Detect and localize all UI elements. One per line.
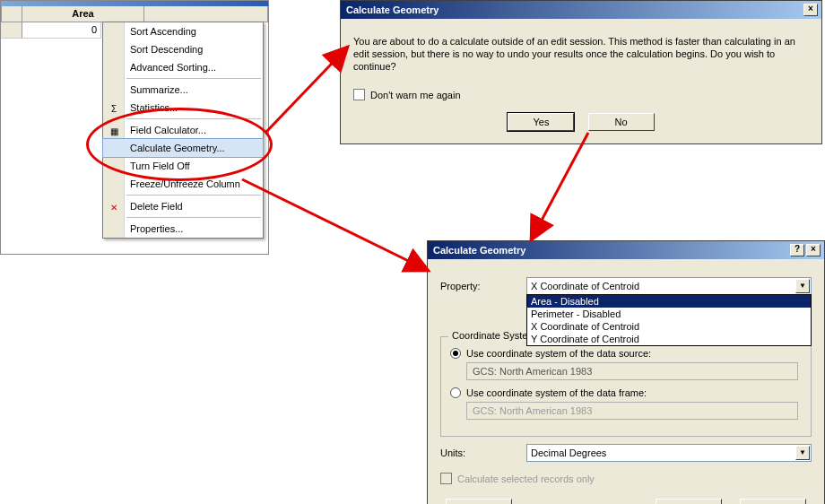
dialog-body: You are about to do a calculate outside … [341,19,821,143]
menu-sort-descending[interactable]: Sort Descending [103,40,263,58]
coordinate-system-group: Coordinate System Use coordinate system … [440,336,812,437]
calculate-geometry-dialog: Calculate Geometry ? × Property: X Coord… [427,240,825,504]
yes-button[interactable]: Yes [508,113,574,131]
property-row: Property: X Coordinate of Centroid ▼ Are… [440,277,812,295]
help-button[interactable]: Help [446,499,512,504]
warning-text: You are about to do a calculate outside … [353,35,809,73]
dialog-title: Calculate Geometry [346,4,802,15]
menu-statistics[interactable]: Σ Statistics... [103,99,263,117]
menu-separator [126,217,261,218]
dont-warn-checkbox[interactable]: Don't warn me again [353,89,461,100]
units-combobox[interactable]: Decimal Degrees ▼ [526,444,812,462]
menu-label: Sort Ascending [130,26,196,37]
checkbox-box[interactable] [353,89,365,100]
checkbox-box [440,473,452,484]
units-row: Units: Decimal Degrees ▼ [440,444,812,462]
menu-summarize[interactable]: Summarize... [103,81,263,99]
cell-area[interactable]: 0 [22,22,101,39]
units-label: Units: [440,448,526,458]
menu-separator [126,118,261,119]
dialog-title: Calculate Geometry [433,245,788,256]
menu-separator [126,195,261,196]
dialog-titlebar[interactable]: Calculate Geometry × [341,1,821,19]
menu-label: Field Calculator... [130,125,206,135]
radio-label: Use coordinate system of the data source… [466,348,651,359]
menu-advanced-sorting[interactable]: Advanced Sorting... [103,58,263,76]
radio-data-frame[interactable]: Use coordinate system of the data frame: [450,387,802,398]
delete-icon: ✕ [107,200,121,214]
menu-label: Summarize... [130,84,188,95]
property-dropdown-list: Area - Disabled Perimeter - Disabled X C… [526,294,812,346]
menu-freeze-column[interactable]: Freeze/Unfreeze Column [103,175,263,193]
menu-label: Statistics... [130,102,178,113]
calc-selected-only-checkbox: Calculate selected records only [440,473,595,484]
menu-separator [126,78,261,79]
menu-properties[interactable]: Properties... [103,220,263,238]
menu-label: Advanced Sorting... [130,62,216,73]
row-selector[interactable] [1,22,22,39]
checkbox-label: Calculate selected records only [457,474,595,484]
radio-icon[interactable] [450,348,461,359]
table-header-row: Area [1,6,268,22]
menu-turn-field-off[interactable]: Turn Field Off [103,157,263,175]
menu-label: Freeze/Unfreeze Column [130,178,240,189]
dialog-body: Property: X Coordinate of Centroid ▼ Are… [428,259,824,504]
cancel-button[interactable]: Cancel [740,499,806,504]
close-button[interactable]: × [806,244,821,256]
menu-label: Properties... [130,223,183,234]
menu-label: Delete Field [130,201,183,212]
calculator-icon: ▦ [107,124,121,138]
column-context-menu: Sort Ascending Sort Descending Advanced … [102,22,264,239]
menu-calculate-geometry[interactable]: Calculate Geometry... [103,139,263,157]
combobox-value: Decimal Degrees [531,448,606,458]
ok-button[interactable]: OK [656,499,722,504]
no-button[interactable]: No [588,113,655,131]
svg-line-2 [242,179,429,271]
sigma-icon: Σ [107,101,121,116]
property-label: Property: [440,281,526,291]
radio-data-source[interactable]: Use coordinate system of the data source… [450,348,802,359]
menu-delete-field[interactable]: ✕ Delete Field [103,197,263,215]
option-perimeter-disabled[interactable]: Perimeter - Disabled [527,308,811,320]
close-button[interactable]: × [803,4,818,16]
svg-line-0 [265,47,348,133]
svg-line-1 [531,133,588,240]
checkbox-label: Don't warn me again [370,90,461,100]
menu-label: Sort Descending [130,44,203,55]
option-x-centroid[interactable]: X Coordinate of Centroid [527,320,811,333]
menu-field-calculator[interactable]: ▦ Field Calculator... [103,121,263,139]
menu-sort-ascending[interactable]: Sort Ascending [103,22,263,40]
menu-label: Turn Field Off [130,161,190,171]
column-header-empty [144,6,268,22]
radio-icon[interactable] [450,387,461,398]
menu-label: Calculate Geometry... [130,143,225,153]
radio-label: Use coordinate system of the data frame: [466,387,647,398]
cs-source-display: GCS: North American 1983 [466,362,798,380]
cs-frame-display: GCS: North American 1983 [466,402,798,420]
dialog-titlebar[interactable]: Calculate Geometry ? × [428,241,824,259]
chevron-down-icon[interactable]: ▼ [795,446,810,460]
row-selector-header[interactable] [1,6,22,22]
property-combobox[interactable]: X Coordinate of Centroid ▼ Area - Disabl… [526,277,812,295]
chevron-down-icon[interactable]: ▼ [795,279,810,293]
option-area-disabled[interactable]: Area - Disabled [527,295,811,308]
combobox-value: X Coordinate of Centroid [531,281,639,291]
column-header-area[interactable]: Area [22,6,144,22]
warning-dialog: Calculate Geometry × You are about to do… [340,0,822,144]
option-y-centroid[interactable]: Y Coordinate of Centroid [527,333,811,345]
help-button[interactable]: ? [790,244,804,256]
